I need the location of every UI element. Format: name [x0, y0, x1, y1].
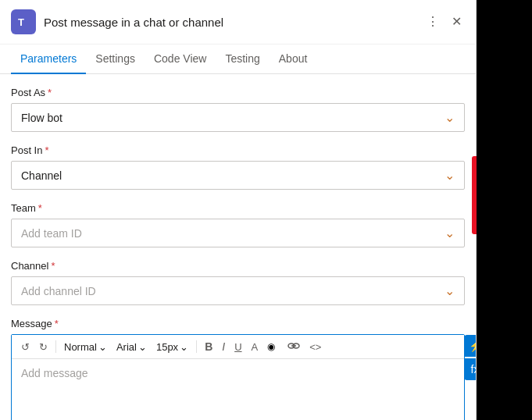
content-area: Post As * Flow bot ⌄ Post In * Channel ⌄…	[0, 74, 476, 420]
toolbar-divider-2	[196, 340, 197, 353]
redo-button[interactable]: ↻	[36, 340, 51, 354]
post-in-label: Post In *	[11, 144, 465, 156]
post-in-chevron-icon: ⌄	[445, 168, 455, 183]
post-in-value: Channel	[21, 169, 62, 182]
post-in-select[interactable]: Channel ⌄	[11, 161, 465, 190]
tab-about[interactable]: About	[270, 44, 317, 74]
post-as-group: Post As * Flow bot ⌄	[11, 87, 465, 132]
message-required: *	[55, 318, 59, 329]
team-label: Team *	[11, 202, 465, 214]
fx-button[interactable]: fx	[464, 358, 476, 380]
post-as-select[interactable]: Flow bot ⌄	[11, 103, 465, 132]
header: T Post message in a chat or channel ⋮ ✕	[0, 0, 476, 44]
toolbar-divider-1	[55, 340, 56, 353]
tabs-bar: Parameters Settings Code View Testing Ab…	[0, 44, 476, 74]
header-actions: ⋮ ✕	[423, 12, 465, 31]
style-chevron-icon: ⌄	[98, 341, 107, 353]
app-icon: T	[11, 9, 36, 34]
scroll-indicator	[472, 156, 477, 234]
right-panel	[477, 0, 532, 420]
main-panel: T Post message in a chat or channel ⋮ ✕ …	[0, 0, 477, 420]
underline-button[interactable]: U	[231, 340, 245, 354]
message-editor-container: ↺ ↻ Normal ⌄ Arial ⌄ 15px ⌄	[11, 334, 465, 420]
style-select[interactable]: Normal ⌄	[61, 340, 110, 354]
team-placeholder: Add team ID	[21, 227, 82, 240]
editor-toolbar: ↺ ↻ Normal ⌄ Arial ⌄ 15px ⌄	[12, 335, 464, 359]
size-select[interactable]: 15px ⌄	[153, 340, 191, 354]
message-label: Message *	[11, 318, 465, 329]
tab-parameters[interactable]: Parameters	[11, 44, 86, 74]
post-as-value: Flow bot	[21, 112, 62, 124]
undo-button[interactable]: ↺	[18, 340, 33, 354]
post-as-required: *	[48, 87, 52, 98]
lightning-button[interactable]: ⚡	[464, 335, 476, 357]
team-input[interactable]: Add team ID ⌄	[11, 219, 465, 247]
post-as-chevron-icon: ⌄	[445, 110, 455, 125]
team-group: Team * Add team ID ⌄	[11, 202, 465, 247]
message-group: Message * ↺ ↻ Normal ⌄ Arial ⌄	[11, 318, 465, 420]
color-button[interactable]: A	[248, 340, 262, 354]
channel-required: *	[51, 260, 55, 272]
close-button[interactable]: ✕	[448, 12, 465, 31]
font-chevron-icon: ⌄	[138, 341, 147, 353]
post-in-required: *	[45, 144, 48, 156]
tab-settings[interactable]: Settings	[86, 44, 145, 74]
channel-input[interactable]: Add channel ID ⌄	[11, 276, 465, 305]
svg-text:◉: ◉	[267, 341, 275, 351]
header-title: Post message in a chat or channel	[44, 16, 416, 29]
svg-text:T: T	[18, 16, 24, 28]
tab-code-view[interactable]: Code View	[145, 44, 216, 74]
float-buttons: ⚡ fx	[464, 335, 476, 380]
channel-chevron-icon: ⌄	[445, 283, 455, 298]
channel-label: Channel *	[11, 260, 465, 272]
code-button[interactable]: <>	[306, 340, 324, 354]
font-select[interactable]: Arial ⌄	[113, 340, 150, 354]
highlight-button[interactable]: ◉	[264, 338, 281, 355]
team-required: *	[38, 202, 42, 214]
tab-testing[interactable]: Testing	[216, 44, 269, 74]
more-options-button[interactable]: ⋮	[423, 12, 442, 31]
message-placeholder: Add message	[21, 367, 88, 379]
channel-placeholder: Add channel ID	[21, 285, 96, 297]
channel-group: Channel * Add channel ID ⌄	[11, 260, 465, 305]
size-chevron-icon: ⌄	[180, 341, 188, 353]
message-editor-body[interactable]: Add message	[12, 359, 464, 420]
post-in-group: Post In * Channel ⌄	[11, 144, 465, 190]
italic-button[interactable]: I	[219, 339, 228, 354]
bold-button[interactable]: B	[202, 339, 216, 354]
post-as-label: Post As *	[11, 87, 465, 98]
link-button[interactable]	[284, 339, 303, 354]
team-chevron-icon: ⌄	[445, 226, 455, 240]
